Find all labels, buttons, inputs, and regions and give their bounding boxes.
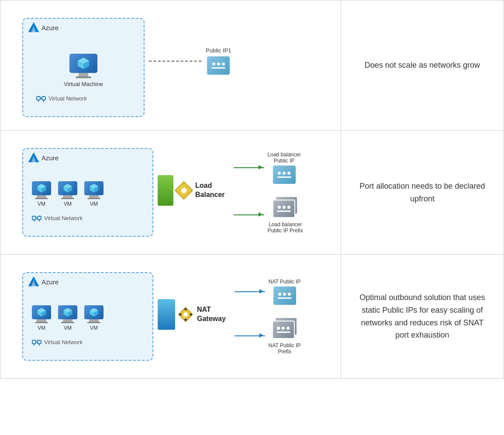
vm3-row2: VM	[84, 181, 104, 207]
azure-icon-row3	[28, 276, 40, 288]
base-sm-3	[87, 198, 100, 199]
vnet-icon-row1	[36, 93, 46, 103]
public-ip-label: Public IP1	[206, 47, 231, 54]
row3-ip2-row: NAT Public IP Prefix	[235, 317, 301, 355]
ip1-block-row3: NAT Public IP	[269, 279, 301, 305]
arrow-row3-2	[235, 335, 265, 336]
row-3: Azure	[0, 255, 504, 379]
row2-ip2-row: Load balancer Public IP Prefix	[234, 196, 303, 234]
row1-description: Does not scale as networks grow	[365, 61, 480, 69]
svg-rect-6	[37, 97, 40, 100]
server-icon-row2-1	[273, 166, 296, 184]
nat-routing-icon	[178, 307, 193, 322]
nat-gateway-group: NAT Gateway	[158, 299, 226, 330]
main-table: Azure	[0, 0, 504, 379]
cube-sm-r3-3	[88, 307, 100, 318]
row2-ip1-row: Load balancer Public IP	[234, 152, 301, 184]
row2-description: Port allocation needs to be declared upf…	[359, 182, 485, 203]
ip2-block-row2: Load balancer Public IP Prefix	[268, 196, 303, 234]
vnet-icon-row2	[32, 213, 41, 223]
ip2-label-row3: NAT Public IP Prefix	[269, 342, 301, 355]
azure-label-row2: Azure	[41, 154, 59, 162]
azure-logo-row2: Azure	[28, 152, 59, 164]
vm-label-row1: Virtual Machine	[64, 81, 103, 87]
vm-icon-row1: Virtual Machine	[36, 54, 131, 87]
ip1-block-row2: Load balancer Public IP	[268, 152, 301, 184]
svg-point-48	[180, 313, 182, 315]
svg-point-44	[183, 312, 188, 317]
dashed-line-row1	[149, 61, 201, 62]
cube-sm-3	[88, 183, 100, 194]
vm1-row2: VM	[32, 181, 51, 207]
vm-label-3-3: VM	[90, 325, 98, 331]
base-sm-2	[61, 198, 74, 199]
azure-box-row3: Azure	[22, 272, 153, 361]
vm2-row3: VM	[58, 305, 77, 331]
svg-point-47	[185, 318, 187, 321]
ip2-block-row3: NAT Public IP Prefix	[269, 317, 301, 355]
nat-text: NAT Gateway	[197, 305, 226, 324]
base-sm-1	[35, 198, 48, 199]
stacked-server-row2	[273, 196, 298, 220]
row3-ip1-row: NAT Public IP	[235, 279, 301, 305]
stacked-server-row3	[272, 317, 297, 341]
lb-gateway-group: Load Balancer	[158, 175, 225, 206]
vm-label-2-3: VM	[90, 201, 98, 207]
row-1: Azure	[0, 0, 504, 131]
azure-label-row1: Azure	[41, 24, 59, 31]
vnet-icon-row3	[32, 337, 41, 347]
row2-right-section: Load balancer Public IP	[234, 152, 303, 234]
ip1-label-row2: Load balancer Public IP	[268, 152, 301, 164]
row-2: Azure	[0, 131, 504, 255]
row2-desc-cell: Port allocation needs to be declared upf…	[341, 131, 504, 255]
vnet-label-row2: Virtual Network	[44, 215, 83, 221]
vnet-row3: Virtual Network	[32, 337, 144, 347]
row1-desc-cell: Does not scale as networks grow	[341, 0, 504, 131]
cube-sm-r3-1	[36, 307, 47, 318]
cube-sm-2	[62, 183, 73, 194]
azure-label-row3: Azure	[41, 278, 59, 286]
vnet-row2: Virtual Network	[32, 213, 144, 223]
arrow-row2-2	[234, 214, 264, 215]
azure-logo-row3: Azure	[28, 276, 59, 288]
public-ip-block: Public IP1	[206, 47, 231, 75]
dot3	[222, 62, 225, 66]
vms-group-row3: VM VM	[32, 305, 144, 331]
server-icon-row3-1	[273, 287, 296, 305]
svg-rect-39	[38, 340, 41, 344]
row3-description: Optimal outbound solution that uses stat…	[359, 293, 485, 339]
svg-point-46	[190, 313, 192, 315]
row1-diagram-cell: Azure	[0, 0, 341, 131]
svg-rect-38	[32, 340, 36, 344]
azure-box-row1: Azure	[22, 18, 145, 117]
vnet-label-row1: Virtual Network	[48, 95, 87, 102]
vm1-row3: VM	[32, 305, 51, 331]
vm-label-3-2: VM	[64, 325, 72, 331]
lb-text: Load Balancer	[195, 181, 225, 200]
vm2-row2: VM	[58, 181, 77, 207]
azure-icon-row1	[28, 21, 40, 34]
vnet-label-row3: Virtual Network	[44, 339, 83, 345]
row2-diagram-cell: Azure	[0, 131, 341, 255]
svg-point-45	[185, 308, 187, 310]
server-line1	[211, 67, 225, 69]
cube-icon-row1	[76, 56, 91, 71]
azure-logo-row1: Azure	[28, 21, 59, 34]
vm-label-2-1: VM	[38, 201, 45, 207]
nat-bar-icon	[158, 299, 175, 330]
svg-rect-7	[42, 97, 45, 100]
svg-rect-22	[32, 216, 36, 220]
arrow-row3-1	[235, 291, 265, 292]
svg-rect-23	[38, 216, 41, 220]
row3-desc-cell: Optimal outbound solution that uses stat…	[341, 255, 504, 379]
dot2	[217, 62, 220, 66]
row3-diagram-cell: Azure	[0, 255, 341, 379]
vnet-row1: Virtual Network	[36, 93, 131, 103]
vm-label-3-1: VM	[38, 325, 45, 331]
cube-sm-1	[36, 183, 47, 194]
azure-icon-row2	[28, 152, 40, 164]
vms-group-row2: VM VM	[32, 181, 144, 207]
vm3-row3: VM	[84, 305, 104, 331]
vm-label-2-2: VM	[64, 201, 72, 207]
nat-diamond-svg	[178, 307, 193, 322]
